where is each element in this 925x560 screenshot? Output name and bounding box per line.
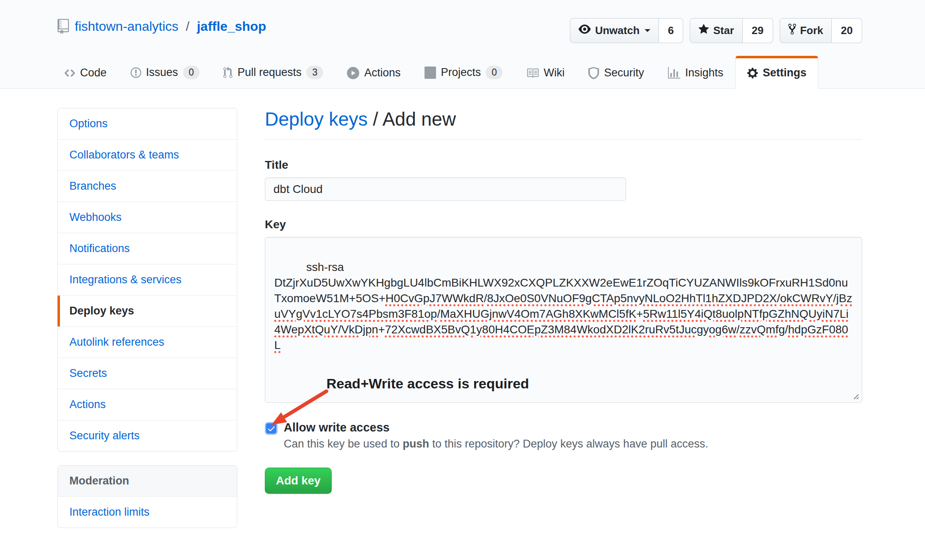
allow-write-help: Can this key be used to push to this rep… <box>284 438 708 450</box>
annotation-text: Read+Write access is required <box>326 376 529 392</box>
heading-divider <box>265 139 862 140</box>
repo-icon <box>57 19 69 34</box>
tab-security[interactable]: Security <box>576 56 656 89</box>
moderation-menu: Moderation Interaction limits <box>57 465 237 528</box>
sidebar-item-options[interactable]: Options <box>58 108 237 140</box>
resize-grip-icon[interactable] <box>850 390 860 400</box>
content: OptionsCollaborators & teamsBranchesWebh… <box>57 108 862 560</box>
fork-icon <box>788 23 796 38</box>
tab-wiki[interactable]: Wiki <box>514 56 576 89</box>
fork-button[interactable]: Fork <box>780 18 832 43</box>
gear-icon <box>747 67 758 79</box>
key-area: ssh-rsa DtZjrXuD5UwXwYKHgbgLU4lbCmBiKHLW… <box>265 237 862 403</box>
book-icon <box>526 67 539 79</box>
tab-settings[interactable]: Settings <box>735 56 819 89</box>
star-button[interactable]: Star <box>690 18 743 43</box>
fork-count[interactable]: 20 <box>832 18 862 43</box>
breadcrumb-separator: / <box>368 108 383 130</box>
tab-counter: 0 <box>183 66 200 79</box>
unwatch-count[interactable]: 6 <box>659 18 683 43</box>
social-button-group: Unwatch 6 <box>570 18 683 43</box>
page: fishtown-analytics / jaffle_shop Unwatch… <box>0 0 925 560</box>
sidebar-item-branches[interactable]: Branches <box>58 171 237 202</box>
allow-write-text: Allow write access Can this key be used … <box>284 421 708 450</box>
repo-title: fishtown-analytics / jaffle_shop <box>57 19 266 34</box>
graph-icon <box>668 67 680 79</box>
code-icon <box>64 67 75 79</box>
repo-title-separator: / <box>186 19 190 34</box>
breadcrumb: Deploy keys / Add new <box>265 108 862 130</box>
eye-icon <box>578 23 591 38</box>
repo-name-link[interactable]: jaffle_shop <box>197 19 266 34</box>
shield-icon <box>588 67 599 79</box>
star-icon <box>698 23 709 38</box>
sidebar-item-webhooks[interactable]: Webhooks <box>58 202 237 233</box>
page-title: Add new <box>382 108 456 130</box>
play-icon <box>347 67 359 79</box>
sidebar-item-security-alerts[interactable]: Security alerts <box>58 420 237 451</box>
repo-owner-link[interactable]: fishtown-analytics <box>75 19 179 34</box>
project-icon <box>425 67 436 79</box>
tab-code[interactable]: Code <box>53 56 119 89</box>
sidebar-item-autolink-references[interactable]: Autolink references <box>58 327 237 358</box>
repo-header: fishtown-analytics / jaffle_shop Unwatch… <box>0 0 925 89</box>
key-field-label: Key <box>265 218 862 231</box>
caret-down-icon <box>645 29 650 35</box>
add-key-button[interactable]: Add key <box>265 468 332 494</box>
sidebar-item-secrets[interactable]: Secrets <box>58 358 237 389</box>
sidebar-item-integrations-services[interactable]: Integrations & services <box>58 264 237 296</box>
key-text: ssh-rsa DtZjrXuD5UwXwYKHgbgLU4lbCmBiKHLW… <box>274 261 852 351</box>
social-actions: Unwatch 6 Star 29 Fork 20 <box>570 18 862 43</box>
title-field-group: Title <box>265 158 862 201</box>
main-panel: Deploy keys / Add new Title Key ssh-rsa … <box>265 108 862 528</box>
tab-insights[interactable]: Insights <box>656 56 735 89</box>
check-icon <box>267 424 276 433</box>
moderation-heading: Moderation <box>58 466 237 497</box>
tab-actions[interactable]: Actions <box>335 56 413 89</box>
unwatch-button[interactable]: Unwatch <box>570 18 659 43</box>
allow-write-checkbox[interactable] <box>265 422 278 435</box>
pull-request-icon <box>223 67 232 79</box>
tab-issues[interactable]: Issues 0 <box>119 55 212 89</box>
issue-icon <box>131 67 141 79</box>
star-count[interactable]: 29 <box>743 18 773 43</box>
sidebar-item-collaborators-teams[interactable]: Collaborators & teams <box>58 140 237 171</box>
tab-counter: 0 <box>486 66 503 79</box>
sidebar-item-notifications[interactable]: Notifications <box>58 233 237 264</box>
social-button-group: Fork 20 <box>780 18 862 43</box>
allow-write-row: Allow write access Can this key be used … <box>265 421 862 450</box>
settings-menu: OptionsCollaborators & teamsBranchesWebh… <box>57 108 237 452</box>
tab-counter: 3 <box>306 66 323 79</box>
tab-pull-requests[interactable]: Pull requests 3 <box>211 55 335 89</box>
sidebar-item-deploy-keys[interactable]: Deploy keys <box>58 296 237 327</box>
social-button-group: Star 29 <box>690 18 773 43</box>
breadcrumb-deploy-keys-link[interactable]: Deploy keys <box>265 108 368 130</box>
tab-projects[interactable]: Projects 0 <box>413 55 514 89</box>
sidebar-item-interaction-limits[interactable]: Interaction limits <box>58 497 237 528</box>
title-input[interactable] <box>265 177 626 201</box>
sidebar-item-actions[interactable]: Actions <box>58 389 237 420</box>
title-field-label: Title <box>265 158 862 172</box>
settings-sidebar: OptionsCollaborators & teamsBranchesWebh… <box>57 108 237 528</box>
allow-write-label[interactable]: Allow write access <box>284 421 708 434</box>
repo-nav: Code Issues 0 Pull requests 3 Actions Pr… <box>53 55 818 89</box>
